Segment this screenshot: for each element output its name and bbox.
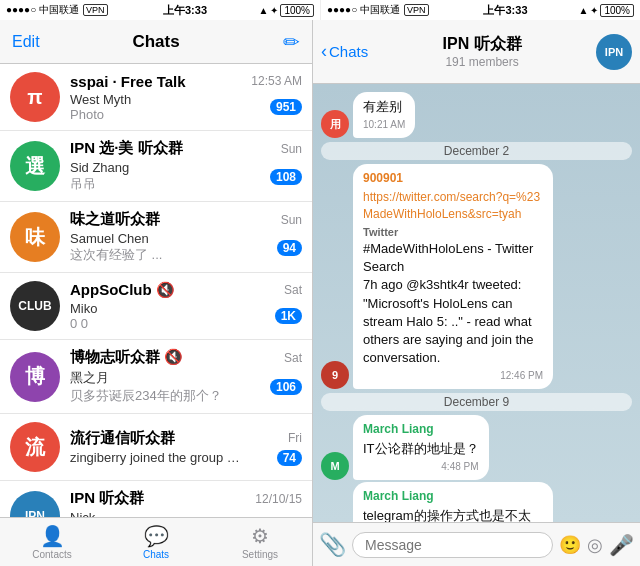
mic-icon[interactable]: 🎤 xyxy=(609,533,634,557)
message-text: #MadeWithHoloLens - Twitter Search7h ago… xyxy=(363,240,543,367)
chat-badge: 951 xyxy=(270,99,302,115)
message-input-bar: 📎 🙂 ◎ 🎤 xyxy=(313,522,640,566)
left-signal: ▲ xyxy=(259,5,269,16)
chat-item[interactable]: 味 味之道听众群 Sun Samuel Chen 这次有经验了 ... 94 xyxy=(0,202,312,273)
chat-info: 博物志听众群 🔇 Sat 黑之月 贝多芬诞辰234年的那个？ 106 xyxy=(70,348,302,405)
chat-item[interactable]: 博 博物志听众群 🔇 Sat 黑之月 贝多芬诞辰234年的那个？ 106 xyxy=(0,340,312,414)
message-link[interactable]: https://twitter.com/search?q=%23MadeWith… xyxy=(363,189,543,223)
right-panel: ‹ Chats IPN 听众群 191 members IPN 用有差别10:2… xyxy=(313,20,640,566)
avatar: 博 xyxy=(10,352,60,402)
chats-title: Chats xyxy=(84,32,228,52)
tab-contacts[interactable]: 👤 Contacts xyxy=(0,524,104,560)
chat-preview: 0 0 xyxy=(70,316,240,331)
tab-settings[interactable]: ⚙ Settings xyxy=(208,524,312,560)
chat-preview: 吊吊 xyxy=(70,175,240,193)
message-row: MMarch Liangtelegram的操作方式也是不太搞得懂，在聊天列表中删… xyxy=(321,482,632,522)
chat-name: 流行通信听众群 xyxy=(70,429,175,448)
chat-preview: Photo xyxy=(70,107,240,122)
chat-item[interactable]: 流 流行通信听众群 Fri zingiberry joined the grou… xyxy=(0,414,312,481)
chat-badge: 1K xyxy=(275,308,302,324)
right-chat-title: IPN 听众群 xyxy=(443,34,522,55)
avatar: 流 xyxy=(10,422,60,472)
chat-badge: 94 xyxy=(277,240,302,256)
message-bubble: March LiangIT公论群的地址是？4:48 PM xyxy=(353,415,489,480)
message-bubble: March Liangtelegram的操作方式也是不太搞得懂，在聊天列表中删掉… xyxy=(353,482,553,522)
right-carrier: ●●●●○ 中国联通 xyxy=(327,3,400,17)
message-text: 有差别 xyxy=(363,98,405,116)
chat-time: Sat xyxy=(284,351,302,365)
message-text: IT公论群的地址是？ xyxy=(363,440,479,458)
message-avatar: 9 xyxy=(321,361,349,389)
tab-chats[interactable]: 💬 Chats xyxy=(104,524,208,560)
chats-icon: 💬 xyxy=(144,524,169,548)
back-button[interactable]: ‹ Chats xyxy=(321,41,368,62)
date-separator: December 9 xyxy=(321,393,632,411)
back-chevron-icon: ‹ xyxy=(321,41,327,62)
chat-name: AppSoClub 🔇 xyxy=(70,281,175,299)
message-sender: March Liang xyxy=(363,488,543,505)
messages-area: 用有差别10:21 AMDecember 29900901https://twi… xyxy=(313,84,640,522)
left-vpn: VPN xyxy=(83,4,108,16)
chat-name: IPN 听众群 xyxy=(70,489,144,508)
avatar: π xyxy=(10,72,60,122)
message-bubble: 900901https://twitter.com/search?q=%23Ma… xyxy=(353,164,553,389)
message-row: 9900901https://twitter.com/search?q=%23M… xyxy=(321,164,632,389)
chat-sender: 黑之月 xyxy=(70,369,240,387)
avatar: CLUB xyxy=(10,281,60,331)
chat-name: 博物志听众群 🔇 xyxy=(70,348,183,367)
chat-sender: Samuel Chen xyxy=(70,231,240,246)
chat-time: 12:53 AM xyxy=(251,74,302,88)
left-battery: 100% xyxy=(280,4,314,17)
right-time: 上午3:33 xyxy=(433,3,579,18)
chat-name: IPN 选·美 听众群 xyxy=(70,139,183,158)
settings-icon: ⚙ xyxy=(251,524,269,548)
chat-sender: West Myth xyxy=(70,92,240,107)
emoji-icon[interactable]: 🙂 xyxy=(559,534,581,556)
chat-preview: 贝多芬诞辰234年的那个？ xyxy=(70,387,240,405)
edit-button[interactable]: Edit xyxy=(12,33,84,51)
message-avatar: 用 xyxy=(321,110,349,138)
message-time: 10:21 AM xyxy=(363,118,405,132)
message-input[interactable] xyxy=(352,532,553,558)
message-time: 12:46 PM xyxy=(363,369,543,383)
chat-item[interactable]: IPN IPN 听众群 12/10/15 Nick 并不是 xyxy=(0,481,312,517)
chat-info: sspai · Free Talk 12:53 AM West Myth Pho… xyxy=(70,73,302,122)
right-bt: ✦ xyxy=(590,5,598,16)
chat-info: 流行通信听众群 Fri zingiberry joined the group … xyxy=(70,429,302,466)
left-status-bar: ●●●●○ 中国联通 VPN 上午3:33 ▲ ✦ 100% xyxy=(0,0,320,20)
message-row: 用有差别10:21 AM xyxy=(321,92,632,138)
message-sender: March Liang xyxy=(363,421,479,438)
message-link-label: Twitter xyxy=(363,225,543,240)
right-status-bar: ●●●●○ 中国联通 VPN 上午3:33 ▲ ✦ 100% xyxy=(320,0,640,20)
right-vpn: VPN xyxy=(404,4,429,16)
left-bt: ✦ xyxy=(270,5,278,16)
chat-time: Fri xyxy=(288,431,302,445)
compose-button[interactable]: ✏ xyxy=(228,30,300,54)
date-separator: December 2 xyxy=(321,142,632,160)
message-bubble: 有差别10:21 AM xyxy=(353,92,415,138)
left-carrier: ●●●●○ 中国联通 xyxy=(6,3,79,17)
chat-sender: Sid Zhang xyxy=(70,160,240,175)
chat-name: 味之道听众群 xyxy=(70,210,160,229)
attachment-icon[interactable]: 📎 xyxy=(319,532,346,558)
right-nav-bar: ‹ Chats IPN 听众群 191 members IPN xyxy=(313,20,640,84)
message-avatar: M xyxy=(321,452,349,480)
chat-name: sspai · Free Talk xyxy=(70,73,186,90)
message-row: MMarch LiangIT公论群的地址是？4:48 PM xyxy=(321,415,632,480)
chat-item[interactable]: 選 IPN 选·美 听众群 Sun Sid Zhang 吊吊 108 xyxy=(0,131,312,202)
chat-info: IPN 听众群 12/10/15 Nick 并不是 xyxy=(70,489,302,517)
right-signal: ▲ xyxy=(579,5,589,16)
left-nav-bar: Edit Chats ✏ xyxy=(0,20,312,64)
message-sender: 900901 xyxy=(363,170,543,187)
chat-time: 12/10/15 xyxy=(255,492,302,506)
message-text: telegram的操作方式也是不太搞得懂，在聊天列表中删掉了，就等于从群里退出了… xyxy=(363,507,543,522)
chat-item[interactable]: π sspai · Free Talk 12:53 AM West Myth P… xyxy=(0,64,312,131)
right-avatar[interactable]: IPN xyxy=(596,34,632,70)
contacts-icon: 👤 xyxy=(40,524,65,548)
chat-info: IPN 选·美 听众群 Sun Sid Zhang 吊吊 108 xyxy=(70,139,302,193)
chat-time: Sun xyxy=(281,213,302,227)
chat-item[interactable]: CLUB AppSoClub 🔇 Sat Miko 0 0 1K xyxy=(0,273,312,340)
left-time: 上午3:33 xyxy=(112,3,259,18)
chat-list: π sspai · Free Talk 12:53 AM West Myth P… xyxy=(0,64,312,517)
avatar: 味 xyxy=(10,212,60,262)
